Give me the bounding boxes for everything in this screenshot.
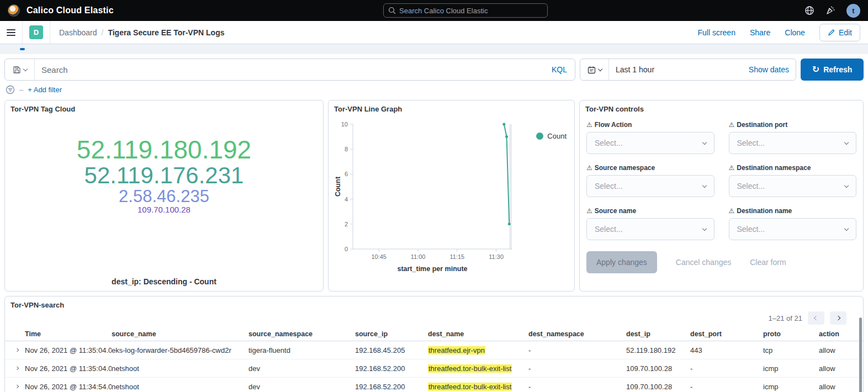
panel-tag-cloud: Tor-VPN Tag Cloud 52.119.180.19252.119.1… (4, 100, 324, 292)
column-header-source_namespace[interactable]: source_namespace (248, 330, 355, 338)
cell-source_ip: 192.168.45.205 (355, 346, 428, 354)
scrollbar-thumb-horizontal[interactable] (20, 48, 25, 50)
column-header-action[interactable]: action (819, 330, 863, 338)
add-filter-button[interactable]: + Add filter (28, 86, 62, 94)
expand-row-button[interactable] (8, 385, 25, 388)
highlighted-term: threatfeed.tor-bulk-exit-list (428, 364, 512, 373)
tag-cloud-term[interactable]: 109.70.100.28 (5, 205, 323, 214)
breadcrumb-dashboard-link[interactable]: Dashboard (59, 28, 97, 37)
control-label: ⚠Source name (586, 207, 714, 215)
warning-icon: ⚠ (729, 121, 735, 129)
control-select-destination-port[interactable]: Select... (729, 132, 857, 154)
help-globe-icon[interactable] (805, 6, 814, 15)
quick-select-button[interactable] (580, 59, 609, 80)
clear-form-button[interactable]: Clear form (750, 258, 786, 267)
kql-language-button[interactable]: KQL (544, 65, 575, 74)
pagination-label: 1–21 of 21 (769, 314, 802, 322)
calico-logo-icon (8, 4, 20, 17)
control-label: ⚠Source namespace (586, 164, 714, 172)
cell-dest_namespace: - (528, 346, 626, 354)
control-destination-name: ⚠Destination name Select... (729, 207, 857, 240)
control-select-source-namespace[interactable]: Select... (586, 175, 714, 197)
cell-action: allow (819, 364, 863, 373)
table-row: Nov 26, 2021 @ 11:35:04.000netshootdev19… (5, 359, 863, 378)
control-label: ⚠Destination namespace (729, 164, 857, 172)
refresh-icon: ↻ (812, 65, 819, 74)
cell-dest_ip: 109.70.100.28 (626, 364, 690, 373)
svg-text:8: 8 (345, 146, 348, 152)
column-header-source_name[interactable]: source_name (112, 330, 248, 338)
full-screen-button[interactable]: Full screen (697, 28, 735, 37)
apply-changes-button[interactable]: Apply changes (586, 251, 657, 273)
control-label: ⚠Flow Action (586, 121, 714, 129)
next-page-button[interactable] (830, 311, 846, 325)
cell-source_name: netshoot (112, 364, 248, 373)
column-header-source_ip[interactable]: source_ip (355, 330, 428, 338)
show-dates-button[interactable]: Show dates (749, 65, 796, 74)
cell-proto: tcp (763, 346, 819, 354)
tag-cloud-term[interactable]: 2.58.46.235 (5, 188, 323, 205)
clone-button[interactable]: Clone (785, 28, 805, 37)
share-button[interactable]: Share (750, 28, 770, 37)
cell-time: Nov 26, 2021 @ 11:34:54.000 (25, 383, 112, 391)
chevron-down-icon (23, 67, 27, 71)
control-label: ⚠Destination name (729, 207, 857, 215)
column-header-dest_ip[interactable]: dest_ip (626, 330, 690, 338)
legend-swatch (536, 133, 543, 140)
svg-text:Count: Count (334, 176, 342, 197)
global-search[interactable] (383, 3, 548, 18)
control-select-source-name[interactable]: Select... (586, 218, 714, 240)
saved-query-icon (13, 66, 21, 74)
tag-cloud-term[interactable]: 52.119.180.192 (5, 137, 323, 163)
saved-query-menu-button[interactable] (5, 59, 35, 80)
time-range-value[interactable]: Last 1 hour (609, 65, 654, 74)
filter-icon[interactable] (6, 85, 15, 94)
column-header-time[interactable]: Time (25, 330, 112, 338)
previous-page-button[interactable] (808, 311, 824, 325)
chevron-right-icon (14, 385, 19, 388)
refresh-button[interactable]: ↻ Refresh (801, 59, 864, 81)
highlighted-term: threatfeed.tor-bulk-exit-list (428, 383, 512, 391)
chart-legend[interactable]: Count (536, 132, 567, 140)
warning-icon: ⚠ (586, 121, 592, 129)
cell-dest_namespace: - (528, 364, 626, 373)
tag-cloud-term[interactable]: 52.119.176.231 (5, 163, 323, 188)
search-icon (388, 7, 396, 14)
search-input[interactable] (35, 65, 544, 75)
calendar-icon (588, 66, 596, 74)
results-table: Timesource_namesource_namespacesource_ip… (5, 327, 863, 392)
edit-button[interactable]: Edit (819, 24, 860, 41)
dashboard-badge-cell: D (23, 21, 50, 44)
hamburger-icon (7, 29, 15, 36)
column-header-dest_namespace[interactable]: dest_namespace (528, 330, 626, 338)
global-search-input[interactable] (399, 7, 543, 15)
control-select-destination-name[interactable]: Select... (729, 218, 857, 240)
cell-dest_namespace: - (528, 383, 626, 391)
cell-dest_port: - (690, 383, 763, 391)
control-select-flow-action[interactable]: Select... (586, 132, 714, 154)
tag-cloud-caption: dest_ip: Descending - Count (5, 277, 323, 286)
control-label: ⚠Destination port (729, 121, 857, 129)
query-section: KQL Last 1 hour Show dates ↻ Refresh (0, 54, 868, 98)
cell-dest_ip: 109.70.100.28 (626, 383, 690, 391)
cancel-changes-button[interactable]: Cancel changes (676, 258, 731, 267)
cell-source_ip: 192.168.52.200 (355, 383, 428, 391)
chevron-down-icon (844, 226, 849, 231)
column-header-dest_port[interactable]: dest_port (690, 330, 763, 338)
newsfeed-icon[interactable] (825, 6, 835, 15)
control-source-name: ⚠Source name Select... (586, 207, 714, 240)
menu-button[interactable] (0, 21, 23, 44)
column-header-proto[interactable]: proto (763, 330, 819, 338)
control-select-destination-namespace[interactable]: Select... (729, 175, 857, 197)
user-avatar[interactable]: t (846, 4, 860, 18)
chevron-down-icon (702, 226, 706, 231)
scrollbar-thumb-vertical[interactable] (859, 317, 862, 392)
panel-line-graph: Tor-VPN Line Graph 024681010:4511:0011:1… (328, 100, 575, 292)
column-header-dest_name[interactable]: dest_name (428, 330, 528, 338)
expand-row-button[interactable] (8, 367, 25, 370)
cell-source_ip: 192.168.52.200 (355, 364, 428, 373)
warning-icon: ⚠ (586, 164, 592, 172)
svg-text:6: 6 (345, 171, 348, 177)
cell-source_namespace: dev (248, 383, 355, 391)
expand-row-button[interactable] (8, 348, 25, 352)
